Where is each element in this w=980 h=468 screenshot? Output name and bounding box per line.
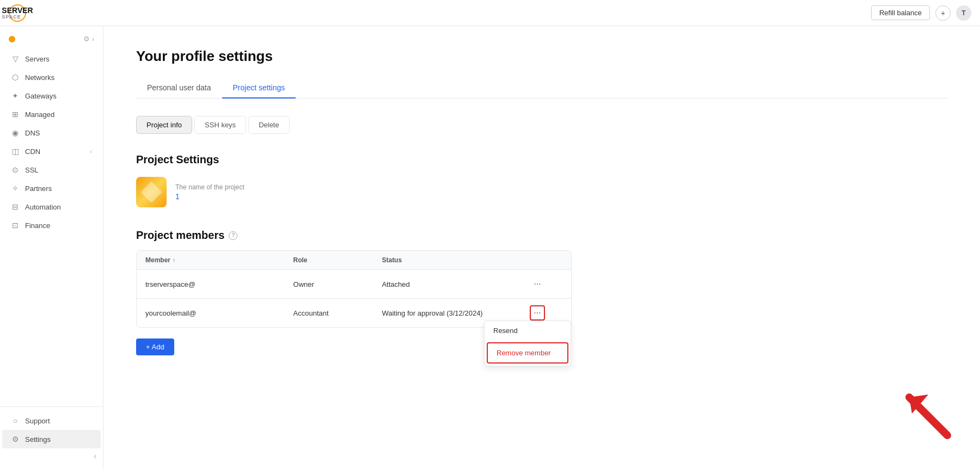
header-status: Status <box>382 256 530 264</box>
header-role: Role <box>293 256 382 264</box>
sub-tab-project-info[interactable]: Project info <box>136 116 192 134</box>
members-info-icon[interactable]: ? <box>229 231 237 240</box>
networks-icon: ⬡ <box>11 73 20 82</box>
dropdown-menu: Resend Remove member <box>484 321 571 366</box>
sidebar-item-partners[interactable]: ✧ Partners <box>2 179 101 198</box>
sidebar-item-label: Managed <box>25 110 54 119</box>
member-role-1: Owner <box>293 280 382 288</box>
project-name-label: The name of the project <box>175 183 244 191</box>
sidebar-item-label: Networks <box>25 73 54 82</box>
sub-tabs: Project info SSH keys Delete <box>136 116 947 134</box>
members-title-row: Project members ? <box>136 229 947 242</box>
project-icon <box>136 177 167 207</box>
sidebar-item-label: DNS <box>25 129 40 137</box>
more-button-1[interactable]: ··· <box>530 276 545 292</box>
arrow-right-icon[interactable]: › <box>92 35 94 43</box>
sidebar-item-gateways[interactable]: ✦ Gateways <box>2 87 101 105</box>
dropdown-remove-member[interactable]: Remove member <box>487 342 568 364</box>
table-row: trserverspace@ Owner Attached ··· <box>137 270 571 299</box>
project-card: The name of the project 1 <box>136 177 947 207</box>
layout: ⚙ › ▽ Servers ⬡ Networks ✦ Gateways ⊞ Ma… <box>0 26 980 468</box>
support-icon: ○ <box>11 416 20 425</box>
settings-icon: ⚙ <box>11 435 20 444</box>
sidebar-item-label: Gateways <box>25 92 57 100</box>
sidebar-item-servers[interactable]: ▽ Servers <box>2 50 101 68</box>
managed-icon: ⊞ <box>11 110 20 119</box>
member-status-1: Attached <box>382 280 530 288</box>
dropdown-resend[interactable]: Resend <box>485 321 571 340</box>
main-content: Your profile settings Personal user data… <box>103 26 980 468</box>
sidebar-item-label: CDN <box>25 147 40 156</box>
sidebar-project: ⚙ › <box>0 30 103 47</box>
table-row: yourcoolemail@ Accountant Waiting for ap… <box>137 299 571 327</box>
sidebar-gear-area: ⚙ › <box>83 35 94 43</box>
member-actions-1: ··· <box>530 276 562 292</box>
members-section: Project members ? Member ↑ Role Status t… <box>136 229 947 355</box>
sidebar-item-label: Partners <box>25 184 52 193</box>
add-icon-button[interactable]: + <box>935 5 951 21</box>
sidebar-item-cdn[interactable]: ◫ CDN ‹ <box>2 142 101 161</box>
sidebar-collapse: ‹ <box>0 448 103 464</box>
dns-icon: ◉ <box>11 128 20 137</box>
logo-subtext: SPACE <box>2 14 33 20</box>
project-info-text: The name of the project 1 <box>175 183 244 201</box>
avatar-button[interactable]: T <box>956 5 971 21</box>
members-table: Member ↑ Role Status trserverspace@ Owne… <box>136 250 572 328</box>
partners-icon: ✧ <box>11 184 20 193</box>
collapse-icon[interactable]: ‹ <box>94 452 96 460</box>
member-email-1: trserverspace@ <box>145 280 293 288</box>
cdn-icon: ◫ <box>11 147 20 156</box>
add-member-button[interactable]: + Add <box>136 338 174 355</box>
refill-balance-button[interactable]: Refill balance <box>871 5 930 20</box>
header-member: Member ↑ <box>145 256 293 264</box>
more-button-2[interactable]: ··· <box>530 305 545 321</box>
tab-personal-user-data[interactable]: Personal user data <box>136 78 222 98</box>
sidebar-item-label: Settings <box>25 435 51 444</box>
sub-tab-delete[interactable]: Delete <box>248 116 290 134</box>
sub-tab-ssh-keys[interactable]: SSH keys <box>194 116 246 134</box>
sidebar-item-managed[interactable]: ⊞ Managed <box>2 105 101 124</box>
plus-icon: + <box>941 9 945 17</box>
sidebar-item-automation[interactable]: ⊟ Automation <box>2 198 101 216</box>
sidebar-item-ssl[interactable]: ⊙ SSL <box>2 161 101 179</box>
member-actions-2: ··· <box>530 305 562 321</box>
project-icon-shape <box>140 181 162 203</box>
project-settings-title: Project Settings <box>136 153 947 166</box>
gateways-icon: ✦ <box>11 91 20 100</box>
sidebar-item-finance[interactable]: ⊡ Finance <box>2 216 101 235</box>
sidebar-item-label: Automation <box>25 203 61 211</box>
sort-icon: ↑ <box>173 257 175 263</box>
ssl-icon: ⊙ <box>11 165 20 174</box>
member-email-2: yourcoolemail@ <box>145 309 293 317</box>
servers-icon: ▽ <box>11 54 20 63</box>
sidebar-item-label: SSL <box>25 166 39 174</box>
sidebar-item-label: Support <box>25 417 50 425</box>
cdn-chevron: ‹ <box>90 148 92 155</box>
sidebar-item-settings[interactable]: ⚙ Settings <box>2 430 101 448</box>
automation-icon: ⊟ <box>11 202 20 211</box>
project-name-value: 1 <box>175 192 244 201</box>
topbar-right: Refill balance + T <box>871 5 971 21</box>
sidebar: ⚙ › ▽ Servers ⬡ Networks ✦ Gateways ⊞ Ma… <box>0 26 103 468</box>
sidebar-item-networks[interactable]: ⬡ Networks <box>2 68 101 87</box>
page-title: Your profile settings <box>136 48 947 65</box>
tab-project-settings[interactable]: Project settings <box>222 78 296 98</box>
sidebar-item-label: Finance <box>25 221 50 230</box>
gear-icon[interactable]: ⚙ <box>83 35 90 43</box>
member-role-2: Accountant <box>293 309 382 317</box>
main-tabs: Personal user data Project settings <box>136 78 947 98</box>
member-status-2: Waiting for approval (3/12/2024) <box>382 309 530 317</box>
logo: SERVER SPACE <box>9 4 26 22</box>
topbar: SERVER SPACE Refill balance + T <box>0 0 980 26</box>
sidebar-nav: ▽ Servers ⬡ Networks ✦ Gateways ⊞ Manage… <box>0 47 103 407</box>
sidebar-item-dns[interactable]: ◉ DNS <box>2 124 101 142</box>
sidebar-bottom: ○ Support ⚙ Settings ‹ <box>0 407 103 468</box>
table-header: Member ↑ Role Status <box>137 251 571 270</box>
logo-icon: SERVER SPACE <box>9 4 26 22</box>
sidebar-item-label: Servers <box>25 55 50 63</box>
sidebar-item-support[interactable]: ○ Support <box>2 411 101 430</box>
finance-icon: ⊡ <box>11 221 20 230</box>
logo-text: SERVER <box>2 7 33 14</box>
members-title: Project members <box>136 229 224 242</box>
project-dot <box>9 36 15 42</box>
